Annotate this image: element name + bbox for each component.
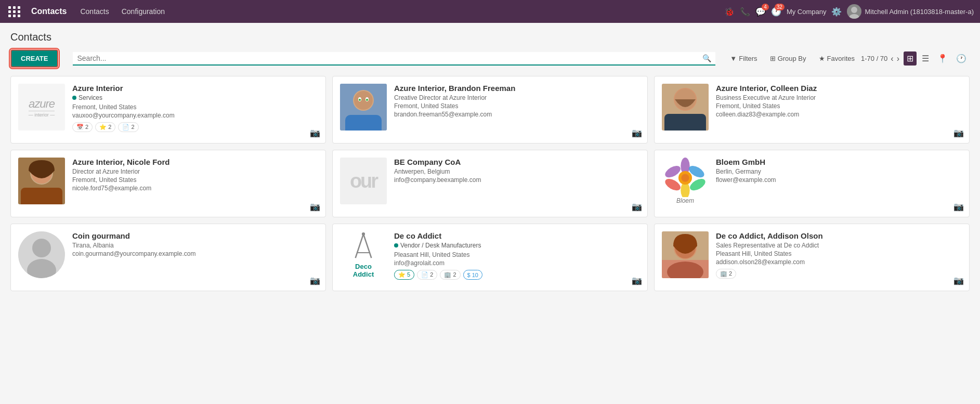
chat-icon[interactable]: 💬 4	[755, 7, 766, 17]
badge-amount[interactable]: $ 10	[463, 270, 482, 280]
send-message-icon[interactable]: 📷	[310, 276, 320, 285]
send-message-icon[interactable]: 📷	[632, 128, 642, 138]
card-email: info@company.beexample.com	[394, 176, 640, 184]
card-tag: Vendor / Desk Manufacturers	[394, 242, 640, 249]
card-email: colleen.diaz83@example.com	[716, 111, 962, 118]
card-location: Fremont, United States	[72, 176, 318, 184]
card-info: De co Addict, Addison Olson Sales Repres…	[716, 231, 962, 283]
card-avatar: Bloem	[662, 158, 709, 204]
card-avatar	[662, 84, 709, 131]
svg-point-0	[851, 7, 857, 13]
card-location: Fremont, United States	[394, 102, 640, 110]
badge-stars[interactable]: ⭐ 5	[394, 270, 414, 280]
card-name: Azure Interior, Brandon Freeman	[394, 84, 640, 93]
badge-docs[interactable]: 📄 2	[118, 122, 138, 132]
prev-page-button[interactable]: ‹	[891, 54, 893, 63]
card-badges: 📅 2 ⭐ 2 📄 2	[72, 122, 318, 132]
send-message-icon[interactable]: 📷	[310, 128, 320, 138]
svg-point-31	[362, 232, 365, 236]
filter-bar: ▼ Filters ⊞ Group By ★ Favorites	[728, 53, 857, 64]
contact-card[interactable]: De co Addict, Addison Olson Sales Repres…	[654, 224, 970, 291]
groupby-button[interactable]: ⊞ Group By	[768, 53, 808, 64]
send-message-icon[interactable]: 📷	[310, 202, 320, 212]
apps-menu-icon[interactable]	[6, 4, 23, 19]
card-name: Azure Interior, Nicole Ford	[72, 158, 318, 166]
card-sub: Sales Representative at De co Addict	[716, 242, 962, 249]
topnav-menu: Contacts Configuration	[75, 5, 170, 18]
send-message-icon[interactable]: 📷	[953, 128, 964, 138]
nav-configuration[interactable]: Configuration	[116, 5, 170, 18]
card-sub: Director at Azure Interior	[72, 168, 318, 175]
filter-icon: ▼	[730, 55, 737, 62]
toolbar: CREATE 🔍 ▼ Filters ⊞ Group By ★ Favorite…	[10, 49, 970, 68]
contact-card[interactable]: Azure Interior, Brandon Freeman Creative…	[332, 76, 648, 144]
contact-card[interactable]: our BE Company CoA Antwerpen, Belgium in…	[332, 150, 648, 217]
map-view-button[interactable]: 📍	[934, 51, 951, 66]
card-info: Coin gourmand Tirana, Albania coin.gourm…	[72, 231, 318, 283]
send-message-icon[interactable]: 📷	[632, 276, 642, 285]
badge-meetings[interactable]: 🏢 2	[716, 269, 736, 279]
pagination-text: 1-70 / 70	[861, 55, 887, 62]
create-button[interactable]: CREATE	[10, 49, 58, 68]
card-avatar	[662, 231, 709, 278]
main-page: Contacts CREATE 🔍 ▼ Filters ⊞ Group By ★…	[0, 23, 980, 299]
card-email: coin.gourmand@yourcompany.example.com	[72, 250, 318, 257]
page-title: Contacts	[10, 31, 970, 43]
filters-button[interactable]: ▼ Filters	[728, 53, 759, 64]
card-tag: Services	[72, 94, 318, 101]
card-name: De co Addict, Addison Olson	[716, 231, 962, 240]
list-view-button[interactable]: ☰	[919, 51, 932, 66]
contacts-grid: azure — interior — Azure Interior Servic…	[10, 76, 970, 291]
card-email: nicole.ford75@example.com	[72, 185, 318, 192]
activity-icon[interactable]: 🕐 32	[771, 7, 781, 17]
nav-contacts[interactable]: Contacts	[75, 5, 114, 18]
svg-line-29	[356, 234, 363, 258]
search-input[interactable]	[77, 54, 702, 62]
activity-view-button[interactable]: 🕐	[953, 51, 970, 66]
tag-dot	[394, 243, 398, 247]
send-message-icon[interactable]: 📷	[953, 276, 964, 285]
user-menu[interactable]: Mitchell Admin (18103818-master-a)	[847, 4, 974, 19]
svg-point-9	[366, 99, 368, 101]
search-bar[interactable]: 🔍	[73, 52, 715, 66]
phone-icon[interactable]: 📞	[740, 7, 750, 17]
app-brand: Contacts	[31, 7, 67, 16]
contact-card[interactable]: azure — interior — Azure Interior Servic…	[10, 76, 326, 144]
kanban-view-button[interactable]: ⊞	[904, 51, 917, 66]
user-name: Mitchell Admin (18103818-master-a)	[865, 8, 974, 16]
card-email: brandon.freeman55@example.com	[394, 111, 640, 118]
contact-card[interactable]: Coin gourmand Tirana, Albania coin.gourm…	[10, 224, 326, 291]
favorites-button[interactable]: ★ Favorites	[817, 53, 857, 64]
card-info: Azure Interior, Colleen Diaz Business Ex…	[716, 84, 962, 136]
tag-dot	[72, 96, 76, 100]
card-avatar: our	[340, 158, 387, 204]
pagination: 1-70 / 70 ‹ ›	[861, 54, 899, 63]
contact-card[interactable]: Azure Interior, Colleen Diaz Business Ex…	[654, 76, 970, 144]
send-message-icon[interactable]: 📷	[953, 202, 964, 212]
badge-stars[interactable]: ⭐ 2	[95, 122, 115, 132]
send-message-icon[interactable]: 📷	[632, 202, 642, 212]
layers-icon: ⊞	[770, 55, 776, 62]
card-info: De co Addict Vendor / Desk Manufacturers…	[394, 231, 640, 283]
svg-rect-4	[345, 115, 382, 131]
card-avatar	[340, 84, 387, 131]
bug-icon[interactable]: 🐞	[724, 7, 735, 17]
contact-card[interactable]: Azure Interior, Nicole Ford Director at …	[10, 150, 326, 217]
company-name[interactable]: My Company	[787, 8, 827, 16]
card-sub: Creative Director at Azure Interior	[394, 94, 640, 101]
svg-point-25	[681, 174, 689, 181]
card-name: Azure Interior, Colleen Diaz	[716, 84, 962, 93]
settings-icon[interactable]: ⚙️	[831, 7, 842, 17]
svg-rect-12	[664, 114, 706, 131]
badge-meetings[interactable]: 🏢 2	[440, 270, 460, 280]
contact-card[interactable]: DecoAddict De co Addict Vendor / Desk Ma…	[332, 224, 648, 291]
card-info: Azure Interior Services Fremont, United …	[72, 84, 318, 136]
card-avatar: DecoAddict	[340, 231, 387, 278]
contact-card[interactable]: Bloem Bloem GmbH Berlin, Germany flower@…	[654, 150, 970, 217]
svg-point-8	[359, 99, 361, 101]
card-name: Bloem GmbH	[716, 158, 962, 166]
badge-docs[interactable]: 📄 2	[417, 270, 437, 280]
next-page-button[interactable]: ›	[897, 54, 899, 63]
badge-meetings[interactable]: 📅 2	[72, 122, 93, 132]
star-icon: ★	[819, 55, 825, 62]
